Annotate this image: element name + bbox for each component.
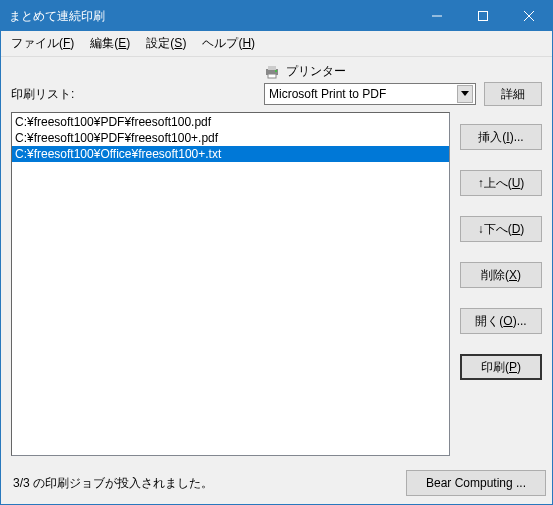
status-row: 3/3 の印刷ジョブが投入されました。 Bear Computing ... [1, 462, 552, 504]
print-list[interactable]: C:¥freesoft100¥PDF¥freesoft100.pdfC:¥fre… [11, 112, 450, 456]
insert-button[interactable]: 挿入(I)... [460, 124, 542, 150]
svg-rect-5 [268, 66, 276, 70]
printer-label: プリンター [286, 63, 346, 80]
up-button[interactable]: ↑上へ(U) [460, 170, 542, 196]
window-title: まとめて連続印刷 [9, 8, 414, 25]
printer-icon [264, 65, 280, 79]
list-item[interactable]: C:¥freesoft100¥PDF¥freesoft100.pdf [12, 114, 449, 130]
status-text: 3/3 の印刷ジョブが投入されました。 [13, 475, 396, 492]
svg-rect-1 [479, 12, 488, 21]
menu-settings[interactable]: 設定(S) [140, 33, 192, 54]
menu-help[interactable]: ヘルプ(H) [196, 33, 261, 54]
svg-marker-8 [461, 91, 469, 96]
bear-computing-button[interactable]: Bear Computing ... [406, 470, 546, 496]
maximize-button[interactable] [460, 1, 506, 31]
svg-point-7 [275, 70, 277, 72]
print-list-label: 印刷リスト: [11, 86, 256, 106]
window: まとめて連続印刷 ファイル(F) 編集(E) 設定(S) ヘルプ(H) 印刷リス… [0, 0, 553, 505]
delete-button[interactable]: 削除(X) [460, 262, 542, 288]
close-button[interactable] [506, 1, 552, 31]
svg-rect-6 [268, 74, 276, 78]
detail-button[interactable]: 詳細 [484, 82, 542, 106]
list-item[interactable]: C:¥freesoft100¥PDF¥freesoft100+.pdf [12, 130, 449, 146]
main-row: C:¥freesoft100¥PDF¥freesoft100.pdfC:¥fre… [11, 112, 542, 456]
menubar: ファイル(F) 編集(E) 設定(S) ヘルプ(H) [1, 31, 552, 57]
print-button[interactable]: 印刷(P) [460, 354, 542, 380]
content-area: 印刷リスト: プリンター Microsoft Print to PDF [1, 57, 552, 462]
printer-area: プリンター Microsoft Print to PDF 詳細 [264, 63, 542, 106]
minimize-button[interactable] [414, 1, 460, 31]
menu-edit[interactable]: 編集(E) [84, 33, 136, 54]
list-item[interactable]: C:¥freesoft100¥Office¥freesoft100+.txt [12, 146, 449, 162]
menu-file[interactable]: ファイル(F) [5, 33, 80, 54]
titlebar: まとめて連続印刷 [1, 1, 552, 31]
open-button[interactable]: 開く(O)... [460, 308, 542, 334]
top-row: 印刷リスト: プリンター Microsoft Print to PDF [11, 63, 542, 106]
printer-combobox[interactable]: Microsoft Print to PDF [264, 83, 476, 105]
chevron-down-icon [457, 85, 473, 103]
printer-selected: Microsoft Print to PDF [269, 87, 457, 101]
down-button[interactable]: ↓下へ(D) [460, 216, 542, 242]
side-buttons: 挿入(I)... ↑上へ(U) ↓下へ(D) 削除(X) 開く(O)... 印刷… [460, 112, 542, 456]
